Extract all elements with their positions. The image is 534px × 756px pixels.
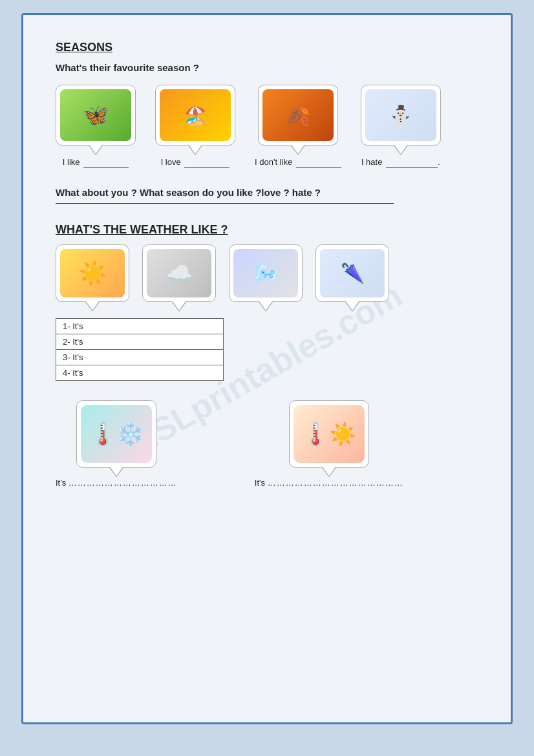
speech-bubble-cloudy: ☁️	[142, 244, 216, 302]
temp-item-hot: 🌡️☀️ It's ………………………………………	[255, 400, 403, 488]
blank-autumn	[296, 157, 341, 167]
season-item-autumn: 🍂 I don't like	[255, 85, 341, 167]
cold-thermometer-icon: 🌡️❄️	[89, 421, 144, 447]
weather-item-cloudy: ☁️	[142, 244, 216, 302]
blank-winter	[386, 157, 438, 167]
speech-bubble-summer: 🏖️	[155, 85, 235, 146]
autumn-icon: 🍂	[286, 104, 310, 127]
blank-spring	[83, 157, 129, 167]
season-img-autumn: 🍂	[262, 89, 334, 141]
cloud-icon: ☁️	[166, 261, 193, 286]
summer-icon: 🏖️	[184, 105, 207, 126]
table-cell-1: 1- It's	[56, 319, 224, 334]
temperature-row: 🌡️❄️ It's ……………………………… 🌡️☀️ It's ……………………	[56, 400, 478, 488]
season-item-winter: ⛄ I hate .	[361, 85, 441, 167]
table-row: 2- It's	[56, 334, 224, 350]
label-winter: I hate .	[361, 157, 440, 167]
speech-bubble-sunny: ☀️	[56, 244, 129, 302]
weather-item-sunny: ☀️	[56, 244, 129, 302]
weather-images-row: ☀️ ☁️ 🌬️	[56, 244, 478, 302]
blank-summer	[184, 157, 230, 167]
sun-icon: ☀️	[78, 260, 107, 287]
table-row: 3- It's	[56, 350, 224, 365]
label-summer: I love	[161, 157, 230, 167]
question-seasons: What's their favourite season ?	[56, 62, 478, 73]
dots-cold: ………………………………	[69, 478, 177, 488]
label-autumn: I don't like	[255, 157, 341, 167]
speech-bubble-winter: ⛄	[361, 85, 441, 146]
label-spring: I like	[63, 157, 129, 167]
worksheet-page: ESLprintables.com SEASONS What's their f…	[21, 13, 513, 724]
spring-icon: 🦋	[83, 103, 109, 127]
speech-bubble-snowy: 🌂	[315, 244, 389, 302]
its-label-hot: It's ………………………………………	[255, 478, 403, 488]
temp-img-cold: 🌡️❄️	[81, 405, 152, 463]
weather-img-snowy: 🌂	[320, 249, 385, 297]
weather-item-snowy: 🌂	[315, 244, 389, 302]
table-cell-4: 4- It's	[56, 365, 224, 381]
speech-bubble-windy: 🌬️	[229, 244, 303, 302]
its-label-cold: It's ………………………………	[56, 478, 177, 488]
weather-img-windy: 🌬️	[233, 249, 298, 297]
temp-item-cold: 🌡️❄️ It's ………………………………	[56, 400, 177, 488]
section-title-weather: WHAT'S THE WEATHER LIKE ?	[56, 223, 478, 237]
speech-bubble-autumn: 🍂	[258, 85, 338, 146]
season-item-summer: 🏖️ I love	[155, 85, 235, 167]
season-item-spring: 🦋 I like	[56, 85, 136, 167]
umbrella-icon: 🌂	[341, 262, 365, 285]
speech-bubble-hot: 🌡️☀️	[289, 400, 369, 468]
season-img-summer: 🏖️	[160, 89, 231, 141]
weather-item-windy: 🌬️	[229, 244, 303, 302]
question-about-you: What about you ? What season do you like…	[56, 187, 478, 198]
table-row: 1- It's	[56, 319, 224, 334]
answer-line	[56, 203, 394, 204]
table-row: 4- It's	[56, 365, 224, 381]
table-cell-3: 3- It's	[56, 350, 224, 365]
table-cell-2: 2- It's	[56, 334, 224, 350]
speech-bubble-cold: 🌡️❄️	[76, 400, 156, 468]
hot-thermometer-icon: 🌡️☀️	[302, 421, 356, 447]
speech-bubble-spring: 🦋	[56, 85, 136, 146]
season-img-winter: ⛄	[365, 89, 436, 141]
wind-icon: 🌬️	[255, 263, 277, 284]
weather-img-sunny: ☀️	[60, 249, 125, 297]
seasons-images-row: 🦋 I like 🏖️ I love	[56, 85, 478, 167]
section-title-seasons: SEASONS	[56, 41, 478, 54]
winter-icon: ⛄	[389, 104, 412, 127]
temp-img-hot: 🌡️☀️	[294, 405, 365, 463]
weather-img-cloudy: ☁️	[147, 249, 211, 297]
weather-table: 1- It's 2- It's 3- It's 4- It's	[56, 318, 224, 381]
season-img-spring: 🦋	[60, 89, 131, 141]
dots-hot: ………………………………………	[268, 478, 403, 488]
